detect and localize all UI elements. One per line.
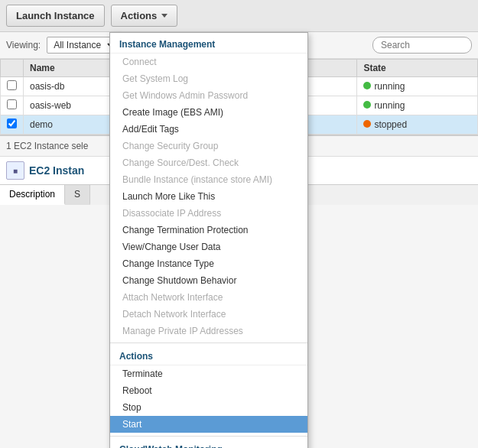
tab-description[interactable]: Description: [0, 185, 65, 205]
row-state: running: [357, 77, 478, 96]
menu-item-change-shutdown[interactable]: Change Shutdown Behavior: [110, 272, 307, 289]
section-header-cloudwatch: CloudWatch Monitoring: [110, 440, 307, 448]
section-header-instance-mgmt: Instance Management: [110, 34, 307, 54]
menu-item-detach-network[interactable]: Detach Network Interface: [110, 306, 307, 323]
row-state: running: [357, 96, 478, 115]
menu-item-get-windows-password[interactable]: Get Windows Admin Password: [110, 87, 307, 104]
menu-item-bundle-instance[interactable]: Bundle Instance (instance store AMI): [110, 171, 307, 188]
row-checkbox[interactable]: [7, 80, 17, 90]
menu-item-get-system-log[interactable]: Get System Log: [110, 70, 307, 87]
menu-item-change-security-group[interactable]: Change Security Group: [110, 138, 307, 154]
actions-dropdown: Instance Management Connect Get System L…: [109, 32, 308, 448]
menu-item-change-termination[interactable]: Change Termination Protection: [110, 222, 307, 239]
search-input[interactable]: [372, 37, 472, 54]
status-dot-stopped: [363, 120, 371, 128]
tab-s[interactable]: S: [65, 185, 90, 205]
divider-2: [110, 436, 307, 437]
status-dot-running: [363, 101, 371, 109]
viewing-select[interactable]: All Instance: [47, 37, 118, 54]
ec2-title: EC2 Instan: [29, 164, 84, 177]
row-state: stopped: [357, 115, 478, 135]
row-checkbox[interactable]: [7, 99, 17, 109]
section-header-actions: Actions: [110, 346, 307, 365]
menu-item-reboot[interactable]: Reboot: [110, 382, 307, 399]
launch-instance-button[interactable]: Launch Instance: [6, 5, 105, 27]
menu-item-disassociate-ip[interactable]: Disassociate IP Address: [110, 205, 307, 222]
menu-item-terminate[interactable]: Terminate: [110, 365, 307, 382]
menu-item-connect[interactable]: Connect: [110, 54, 307, 70]
actions-button[interactable]: Actions: [111, 5, 178, 27]
menu-item-start[interactable]: Start: [110, 416, 307, 433]
toolbar: Launch Instance Actions: [0, 0, 478, 32]
dropdown-arrow-icon: [161, 14, 167, 18]
menu-item-launch-more[interactable]: Launch More Like This: [110, 188, 307, 205]
actions-label: Actions: [121, 10, 158, 21]
menu-item-manage-ip[interactable]: Manage Private IP Addresses: [110, 323, 307, 339]
menu-item-change-instance-type[interactable]: Change Instance Type: [110, 255, 307, 272]
menu-item-add-edit-tags[interactable]: Add/Edit Tags: [110, 121, 307, 138]
menu-item-change-source-dest[interactable]: Change Source/Dest. Check: [110, 154, 307, 171]
col-checkbox: [1, 60, 24, 77]
viewing-label: Viewing:: [6, 40, 41, 50]
menu-item-view-user-data[interactable]: View/Change User Data: [110, 239, 307, 255]
menu-item-attach-network[interactable]: Attach Network Interface: [110, 289, 307, 306]
menu-item-stop[interactable]: Stop: [110, 399, 307, 416]
col-state: State: [357, 60, 478, 77]
divider-1: [110, 342, 307, 343]
ec2-icon: ■: [6, 161, 24, 180]
selection-text: 1 EC2 Instance sele: [6, 141, 88, 151]
menu-item-create-image[interactable]: Create Image (EBS AMI): [110, 104, 307, 121]
row-checkbox[interactable]: [7, 118, 17, 128]
status-dot-running: [363, 82, 371, 89]
